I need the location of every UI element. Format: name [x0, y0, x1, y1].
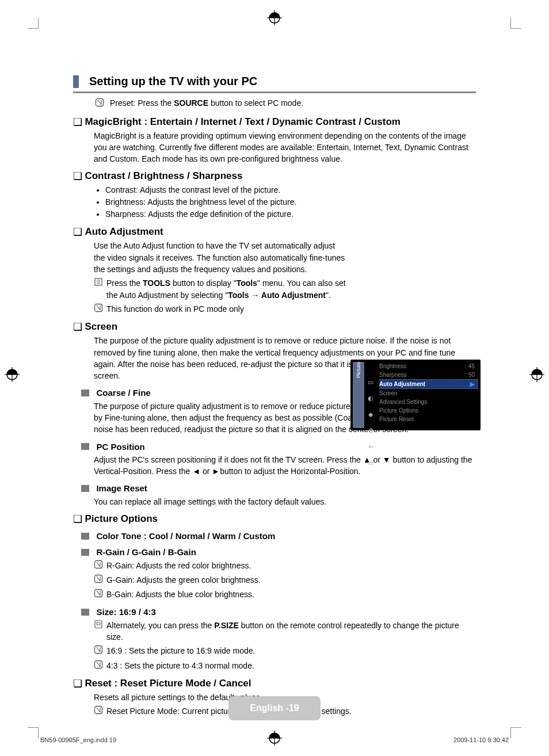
osd-item-screen: Screen: [379, 389, 478, 398]
heading-bullet: [73, 75, 79, 88]
checkbox-bullet-icon: ❏: [73, 226, 82, 238]
setup-icon: ✿: [367, 426, 375, 434]
footer-doc-name: BN59-00905F_eng.indd 19: [40, 736, 116, 743]
svg-rect-19: [97, 623, 100, 625]
note-icon: [94, 574, 106, 586]
osd-item-auto-adjustment: Auto Adjustment▶: [379, 379, 478, 389]
note-icon: [94, 660, 106, 672]
reset-heading: Reset : Reset Picture Mode / Cancel: [85, 678, 251, 689]
osd-menu: Picture ▭ ◐ ◆ ✿ ⇐ ▭ Brightness: 45 Sharp…: [350, 360, 481, 430]
crop-mark: [28, 18, 39, 29]
square-bullet-icon: [81, 609, 89, 616]
pc-mode-note: This function do work in PC mode only: [106, 303, 347, 315]
pc-position-body: Adjust the PC's screen positioning if it…: [94, 454, 476, 478]
registration-mark: [268, 12, 281, 24]
remote-button-icon: [94, 620, 106, 632]
svg-rect-18: [95, 620, 102, 628]
gain-note: G-Gain: Adjusts the green color brightne…: [106, 574, 476, 586]
preset-text: Preset: Press the SOURCE button to selec…: [110, 98, 303, 108]
picture-icon: ▭: [367, 378, 375, 386]
square-bullet-icon: [81, 390, 89, 396]
checkbox-bullet-icon: ❏: [73, 116, 82, 128]
osd-category-icons: ▭ ◐ ◆ ✿ ⇐ ▭: [367, 378, 375, 467]
note-icon: [94, 560, 106, 572]
cbs-heading: Contrast / Brightness / Sharpness: [85, 170, 242, 181]
auto-adjustment-heading: Auto Adjustment: [85, 226, 163, 237]
application-icon: ▭: [367, 459, 375, 467]
screen-heading: Screen: [85, 321, 117, 332]
square-bullet-icon: [81, 533, 89, 540]
crop-mark: [510, 18, 521, 29]
list-item: Sharpness: Adjusts the edge definition o…: [105, 208, 476, 220]
osd-item-picture-reset: Picture Reset: [379, 415, 478, 423]
cbs-list: Contrast: Adjusts the contrast level of …: [95, 184, 476, 220]
input-icon: ⇐: [367, 442, 375, 450]
note-icon: [94, 645, 106, 657]
registration-mark: [531, 368, 543, 381]
checkbox-bullet-icon: ❏: [73, 321, 82, 333]
note-icon: [94, 705, 106, 717]
osd-category-tab: Picture: [353, 362, 364, 428]
checkbox-bullet-icon: ❏: [73, 513, 82, 525]
list-item: Contrast: Adjusts the contrast level of …: [105, 184, 476, 196]
osd-item-picture-options: Picture Options: [379, 406, 478, 415]
heading-rule: [73, 91, 476, 93]
size-169-note: 16:9 : Sets the picture to 16:9 wide mod…: [106, 645, 476, 656]
footer-timestamp: 2009-11-10 9:30:42: [453, 736, 509, 743]
size-heading: Size: 16:9 / 4:3: [96, 608, 155, 617]
note-icon: [94, 589, 106, 601]
magicbright-body: MagicBright is a feature providing optim…: [94, 130, 476, 165]
crop-mark: [510, 727, 521, 738]
pc-position-heading: PC Position: [96, 442, 144, 452]
size-43-note: 4:3 : Sets the picture to 4:3 normal mod…: [106, 660, 476, 671]
image-reset-body: You can replace all image settings with …: [94, 496, 476, 507]
sound-icon: ◐: [367, 394, 375, 402]
color-tone-heading: Color Tone : Cool / Normal / Warm / Cust…: [96, 531, 275, 541]
tools-note: Press the TOOLS button to display "Tools…: [106, 277, 347, 301]
checkbox-bullet-icon: ❏: [73, 170, 82, 182]
picture-options-heading: Picture Options: [85, 513, 158, 524]
osd-item-advanced-settings: Advanced Settings: [379, 398, 478, 406]
osd-item-brightness: Brightness: 45: [379, 362, 478, 371]
image-reset-heading: Image Reset: [96, 484, 147, 494]
section-heading: Setting up the TV with your PC: [89, 75, 257, 88]
registration-mark: [268, 732, 281, 744]
checkbox-bullet-icon: ❏: [73, 678, 82, 689]
gains-heading: R-Gain / G-Gain / B-Gain: [96, 548, 196, 558]
square-bullet-icon: [81, 443, 89, 450]
channel-icon: ◆: [367, 410, 375, 418]
gain-note: R-Gain: Adjusts the red color brightness…: [106, 560, 476, 571]
gain-note: B-Gain: Adjusts the blue color brightnes…: [106, 589, 476, 600]
coarse-fine-heading: Coarse / Fine: [96, 388, 150, 398]
note-icon: [94, 303, 106, 315]
size-alt-note: Alternately, you can press the P.SIZE bu…: [106, 620, 476, 643]
list-item: Brightness: Adjusts the brightness level…: [105, 196, 476, 208]
note-icon: [95, 98, 104, 110]
square-bullet-icon: [81, 549, 89, 556]
magicbright-heading: MagicBright : Entertain / Internet / Tex…: [85, 116, 400, 127]
square-bullet-icon: [81, 485, 89, 492]
tools-icon: [94, 277, 106, 289]
page-number-badge: English - 19: [228, 696, 321, 720]
preset-note: Preset: Press the SOURCE button to selec…: [95, 98, 476, 110]
osd-item-sharpness: Sharpness: 50: [379, 371, 478, 379]
registration-mark: [6, 368, 18, 381]
auto-adjustment-body: Use the Auto Adjust function to have the…: [94, 240, 347, 275]
crop-mark: [28, 727, 39, 738]
